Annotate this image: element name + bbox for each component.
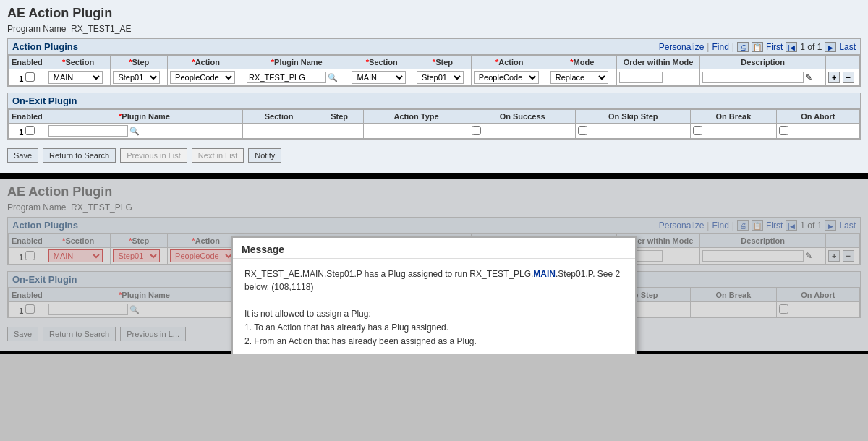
oe-col-break-1: On Break	[691, 110, 777, 124]
oe-break-cb-1[interactable]	[693, 126, 702, 135]
toolbar-1: Save Return to Search Previous in List N…	[7, 145, 861, 166]
action-plugins-table-1: Enabled *Section *Step *Action *Plugin N…	[8, 55, 860, 86]
desc-input-1[interactable]	[702, 72, 804, 83]
oe-col-section-1: Section	[243, 110, 315, 124]
order-input-1[interactable]	[619, 72, 663, 83]
col-order-1: Order within Mode	[616, 56, 699, 69]
cell-mode-1: Replace After Before	[548, 69, 616, 86]
action2-select-1[interactable]: PeopleCode	[474, 71, 539, 84]
modal-rule2: 2. From an Action that has already been …	[244, 335, 624, 348]
on-exit-header-1: On-Exit Plugin	[8, 93, 860, 109]
last-link-1[interactable]: Last	[839, 42, 856, 52]
col-step2-1: *Step	[414, 56, 472, 69]
modal-text1: .MAIN.Step01.P has a Plug assigned to ru…	[300, 269, 470, 279]
col-step1-1: *Step	[111, 56, 168, 69]
nav-count-1: 1 of 1	[800, 42, 822, 52]
modal-divider	[244, 301, 624, 301]
pencil-icon-1	[805, 72, 812, 82]
oe-col-plugin-1: *Plugin Name	[46, 110, 242, 124]
oe-cell-skip-1	[576, 124, 691, 139]
oe-abort-cb-1[interactable]	[779, 126, 788, 135]
oe-plugin-input-1[interactable]	[48, 125, 128, 137]
add-row-btn-1[interactable]: +	[828, 72, 840, 83]
oe-cell-break-1	[691, 124, 777, 139]
modal-overlay: Message RX_TEST_AE.MAIN.Step01.P has a P…	[0, 179, 868, 351]
oe-cell-abort-1	[776, 124, 859, 139]
cell-step1-1: Step01	[111, 69, 168, 86]
first-nav-1[interactable]	[786, 42, 797, 52]
cell-desc-1	[700, 69, 826, 86]
oe-row-num-1: 1	[9, 124, 46, 139]
oe-cell-step-1	[315, 124, 364, 139]
cell-section1-1: MAIN	[46, 69, 111, 86]
program-name-row-1: Program Name RX_TEST1_AE	[7, 24, 861, 34]
on-exit-table-1: Enabled *Plugin Name Section Step Action…	[8, 109, 860, 139]
section2-select-1[interactable]: MAIN	[352, 71, 406, 84]
modal-dialog: Message RX_TEST_AE.MAIN.Step01.P has a P…	[231, 236, 637, 354]
col-plugin-1: *Plugin Name	[244, 56, 349, 69]
action1-select-1[interactable]: PeopleCode	[170, 71, 235, 84]
oe-col-skip-1: On Skip Step	[576, 110, 691, 124]
previous-in-list-button-1[interactable]: Previous in List	[120, 148, 187, 163]
cell-plugin-1: 🔍	[244, 69, 349, 86]
oe-cell-success-1	[469, 124, 575, 139]
oe-col-success-1: On Success	[469, 110, 575, 124]
oe-search-btn-1[interactable]: 🔍	[129, 127, 140, 136]
mode-select-1[interactable]: Replace After Before	[550, 71, 608, 84]
oe-cell-actiontype-1	[364, 124, 469, 139]
col-action2-1: *Action	[471, 56, 548, 69]
plugin-search-btn-1[interactable]: 🔍	[328, 73, 338, 82]
action-plugins-box-1: Action Plugins Personalize | Find | 🖨 📋 …	[7, 38, 861, 87]
section1: AE Action Plugin Program Name RX_TEST1_A…	[0, 0, 868, 176]
print-icon-1[interactable]: 🖨	[737, 42, 749, 52]
oe-col-step-1: Step	[315, 110, 364, 124]
del-row-btn-1[interactable]: −	[843, 72, 854, 83]
cell-section2-1: MAIN	[349, 69, 414, 86]
oe-skip-cb-1[interactable]	[578, 126, 587, 135]
oe-col-enabled-1: Enabled	[9, 110, 46, 124]
table-row: 1 🔍	[9, 124, 860, 139]
step1-select-1[interactable]: Step01	[113, 71, 160, 84]
first-link-1[interactable]: First	[766, 42, 783, 52]
oe-success-cb-1[interactable]	[472, 126, 481, 135]
oe-enabled-checkbox-1[interactable]	[25, 126, 35, 135]
personalize-link-1[interactable]: Personalize	[659, 42, 705, 52]
oe-col-abort-1: On Abort	[776, 110, 859, 124]
return-to-search-button-1[interactable]: Return to Search	[43, 148, 116, 163]
action-plugins-title-1: Action Plugins	[12, 41, 78, 52]
cell-action1-1: PeopleCode	[168, 69, 244, 86]
modal-rule1: 1. To an Action that has already has a P…	[244, 321, 624, 335]
modal-highlight3: MAIN	[533, 269, 556, 279]
section1-select-1[interactable]: MAIN	[48, 71, 103, 84]
next-nav-1[interactable]	[825, 42, 836, 52]
export-icon-1[interactable]: 📋	[752, 42, 763, 52]
modal-subtext: It is not allowed to assign a Plug: 1. T…	[244, 307, 624, 349]
col-section1-1: *Section	[46, 56, 111, 69]
find-link-1[interactable]: Find	[712, 42, 728, 52]
save-button-1[interactable]: Save	[7, 148, 38, 163]
modal-highlight2: RX_TEST_PLG	[469, 269, 531, 279]
action-plugins-header-1: Action Plugins Personalize | Find | 🖨 📋 …	[8, 39, 860, 55]
enabled-checkbox-1[interactable]	[25, 72, 35, 82]
program-label-1: Program Name	[7, 24, 66, 34]
cell-step2-1: Step01	[414, 69, 472, 86]
notify-button-1[interactable]: Notify	[248, 148, 281, 163]
cell-action2-1: PeopleCode	[471, 69, 548, 86]
cell-order-1	[616, 69, 699, 86]
next-in-list-button-1[interactable]: Next in List	[192, 148, 244, 163]
program-value-1: RX_TEST1_AE	[71, 24, 131, 34]
section2: AE Action Plugin Program Name RX_TEST_PL…	[0, 179, 868, 354]
row-num-1: 1	[9, 69, 46, 86]
col-addrow-1	[826, 56, 860, 69]
cell-addrow-1: + −	[826, 69, 860, 86]
modal-message-text: RX_TEST_AE.MAIN.Step01.P has a Plug assi…	[244, 267, 624, 294]
col-mode-1: *Mode	[548, 56, 616, 69]
col-action1-1: *Action	[168, 56, 244, 69]
action-plugins-controls-1: Personalize | Find | 🖨 📋 First 1 of 1 La…	[659, 42, 856, 52]
modal-body: RX_TEST_AE.MAIN.Step01.P has a Plug assi…	[233, 259, 635, 354]
step2-select-1[interactable]: Step01	[417, 71, 464, 84]
plugin-name-input-1[interactable]	[247, 72, 326, 83]
oe-cell-section-1	[243, 124, 315, 139]
col-desc-1: Description	[700, 56, 826, 69]
modal-rule-intro: It is not allowed to assign a Plug:	[244, 307, 624, 321]
